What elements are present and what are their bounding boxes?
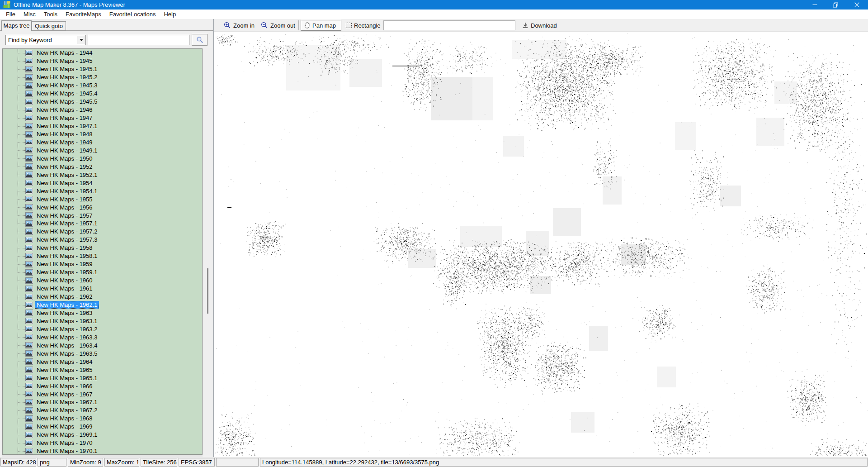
tree-item-label: New HK Maps - 1967.1 <box>35 398 99 406</box>
tree-item-label: New HK Maps - 1961 <box>35 285 94 292</box>
tree-item[interactable]: New HK Maps - 1958 <box>3 244 202 252</box>
status-epsg: EPSG:3857 <box>179 458 215 467</box>
map-canvas[interactable] <box>214 32 868 456</box>
tree-item[interactable]: New HK Maps - 1949.1 <box>3 146 202 154</box>
tab-maps-tree[interactable]: Maps tree <box>1 20 32 31</box>
tree-item[interactable]: New HK Maps - 1961 <box>3 285 202 293</box>
tree-item[interactable]: New HK Maps - 1958.1 <box>3 252 202 260</box>
menu-help[interactable]: Help <box>160 10 180 19</box>
tree-item[interactable]: New HK Maps - 1959 <box>3 260 202 268</box>
menu-misc[interactable]: Misc <box>19 10 40 19</box>
menubar: File Misc Tools FavoriteMaps FavoriteLoc… <box>0 10 868 19</box>
tree-item[interactable]: New HK Maps - 1955 <box>3 195 202 203</box>
scrollbar-thumb[interactable] <box>207 268 208 314</box>
tree-item[interactable]: New HK Maps - 1956 <box>3 203 202 211</box>
tree-item[interactable]: New HK Maps - 1963.5 <box>3 349 202 357</box>
restore-button[interactable] <box>825 0 845 10</box>
tree-item[interactable]: New HK Maps - 1969 <box>3 423 202 431</box>
tree-item[interactable]: New HK Maps - 1959.1 <box>3 268 202 276</box>
tree-item-label: New HK Maps - 1944 <box>35 49 94 57</box>
map-preview-panel: Zoom in Zoom out Pan map Rectangle <box>214 19 868 457</box>
tree-item-label: New HK Maps - 1954 <box>35 179 94 187</box>
tree-item[interactable]: New HK Maps - 1948 <box>3 130 202 138</box>
tree-item[interactable]: New HK Maps - 1964 <box>3 357 202 366</box>
tree-connector <box>18 394 26 395</box>
tree-item-label: New HK Maps - 1967 <box>35 391 94 398</box>
tree-item[interactable]: New HK Maps - 1962.1 <box>3 301 202 309</box>
tree-item[interactable]: New HK Maps - 1963 <box>3 309 202 317</box>
tab-quick-goto[interactable]: Quick goto <box>32 21 66 31</box>
tree-item[interactable]: New HK Maps - 1944 <box>3 49 202 57</box>
tree-item[interactable]: New HK Maps - 1962 <box>3 293 202 301</box>
tree-item[interactable]: New HK Maps - 1960 <box>3 276 202 285</box>
tree-item-label: New HK Maps - 1945.2 <box>35 73 99 81</box>
tree-item-label: New HK Maps - 1963 <box>35 309 94 317</box>
tree-item[interactable]: New HK Maps - 1945.3 <box>3 81 202 90</box>
toolbar-separator <box>298 20 299 30</box>
tree-item[interactable]: New HK Maps - 1954 <box>3 179 202 187</box>
tree-item[interactable]: New HK Maps - 1947.1 <box>3 122 202 130</box>
tree-item[interactable]: New HK Maps - 1945.1 <box>3 65 202 73</box>
menu-label-part: voriteMaps <box>72 11 101 18</box>
tree-item-label: New HK Maps - 1963.2 <box>35 325 99 333</box>
map-image-icon <box>25 424 33 430</box>
tree-item[interactable]: New HK Maps - 1950 <box>3 154 202 162</box>
tree-connector <box>18 281 26 281</box>
menu-favoritelocations[interactable]: FavoriteLocations <box>105 10 160 19</box>
tree-item[interactable]: New HK Maps - 1952 <box>3 162 202 171</box>
map-image-icon <box>25 277 33 284</box>
tree-item-label: New HK Maps - 1950 <box>35 155 94 162</box>
download-button[interactable]: Download <box>519 20 560 31</box>
zoom-in-button[interactable]: Zoom in <box>221 20 258 31</box>
tree-item[interactable]: New HK Maps - 1963.1 <box>3 317 202 325</box>
tree-item-label: New HK Maps - 1945.1 <box>35 65 99 73</box>
tree-item[interactable]: New HK Maps - 1949 <box>3 138 202 146</box>
tree-item[interactable]: New HK Maps - 1954.1 <box>3 187 202 195</box>
close-button[interactable] <box>845 0 868 10</box>
pan-map-button[interactable]: Pan map <box>301 20 341 31</box>
tree-item[interactable]: New HK Maps - 1969.1 <box>3 431 202 439</box>
tree-item-label: New HK Maps - 1957 <box>35 212 94 219</box>
tree-item[interactable]: New HK Maps - 1965.1 <box>3 374 202 382</box>
toolbar-text-input[interactable] <box>383 20 515 30</box>
menu-file[interactable]: File <box>2 10 19 19</box>
find-mode-dropdown[interactable]: Find by Keyword <box>5 35 86 45</box>
tree-vertical-scrollbar[interactable] <box>203 48 212 455</box>
search-button[interactable] <box>192 34 208 46</box>
tree-item[interactable]: New HK Maps - 1966 <box>3 382 202 390</box>
tree-item-label: New HK Maps - 1958 <box>35 244 94 252</box>
tree-connector <box>18 256 26 257</box>
tree-item[interactable]: New HK Maps - 1957 <box>3 211 202 219</box>
tree-item[interactable]: New HK Maps - 1957.2 <box>3 228 202 236</box>
tree-item[interactable]: New HK Maps - 1965 <box>3 366 202 374</box>
dropdown-arrow-button[interactable] <box>77 36 85 44</box>
keyword-search-input[interactable] <box>88 35 189 45</box>
tree-item[interactable]: New HK Maps - 1945 <box>3 57 202 65</box>
menu-tools[interactable]: Tools <box>40 10 61 19</box>
tree-item[interactable]: New HK Maps - 1963.3 <box>3 333 202 341</box>
tree-item[interactable]: New HK Maps - 1945.5 <box>3 98 202 106</box>
tree-item[interactable]: New HK Maps - 1945.4 <box>3 90 202 98</box>
zoom-out-button[interactable]: Zoom out <box>258 20 298 31</box>
tree-item-label: New HK Maps - 1945.4 <box>35 90 99 97</box>
tree-item[interactable]: New HK Maps - 1967.2 <box>3 406 202 415</box>
tree-item[interactable]: New HK Maps - 1968 <box>3 415 202 423</box>
tree-item[interactable]: New HK Maps - 1952.1 <box>3 171 202 179</box>
tree-item[interactable]: New HK Maps - 1957.1 <box>3 219 202 228</box>
tree-item[interactable]: New HK Maps - 1947 <box>3 114 202 122</box>
tree-item[interactable]: New HK Maps - 1967 <box>3 390 202 398</box>
tree-item[interactable]: New HK Maps - 1967.1 <box>3 398 202 406</box>
tree-item[interactable]: New HK Maps - 1970 <box>3 439 202 447</box>
tree-item[interactable]: New HK Maps - 1945.2 <box>3 73 202 81</box>
tree-connector <box>18 118 26 119</box>
menu-favoritemaps[interactable]: FavoriteMaps <box>61 10 105 19</box>
map-image-icon <box>25 66 33 72</box>
tree-item[interactable]: New HK Maps - 1957.3 <box>3 236 202 244</box>
tree-item[interactable]: New HK Maps - 1963.4 <box>3 341 202 349</box>
tree-item[interactable]: New HK Maps - 1963.2 <box>3 325 202 333</box>
tree-item[interactable]: New HK Maps - 1970.1 <box>3 447 202 455</box>
tree-item[interactable]: New HK Maps - 1946 <box>3 106 202 114</box>
minimize-button[interactable] <box>805 0 825 10</box>
tree-connector <box>18 126 26 127</box>
rectangle-button[interactable]: Rectangle <box>343 20 384 31</box>
